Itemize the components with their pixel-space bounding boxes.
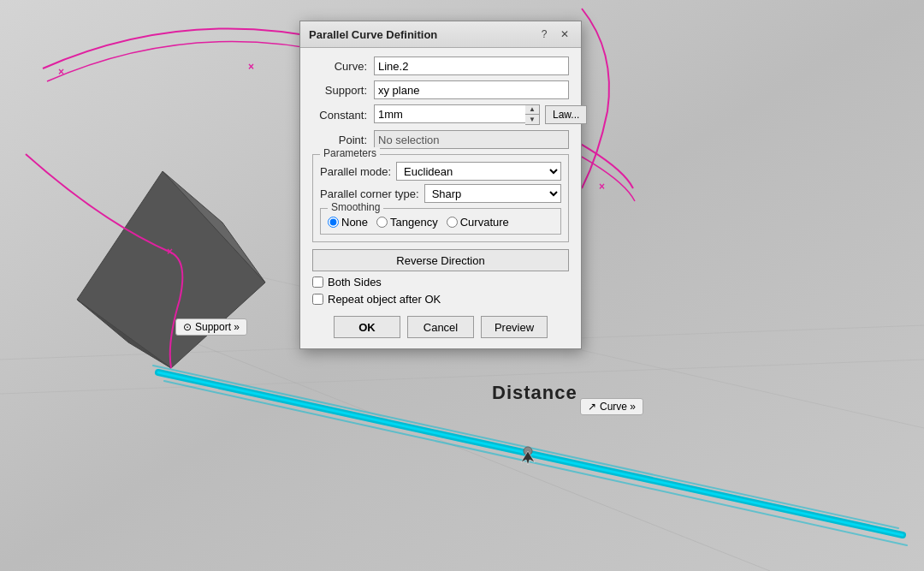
support-icon: ⊙ <box>183 321 192 333</box>
point-row: Point: <box>312 130 569 149</box>
point-field-label: Point: <box>312 134 374 146</box>
smoothing-none-label: None <box>341 216 368 229</box>
support-input[interactable] <box>374 80 569 99</box>
dialog-help-button[interactable]: ? <box>536 27 552 42</box>
point-input[interactable] <box>374 130 569 149</box>
reverse-direction-button[interactable]: Reverse Direction <box>312 249 569 271</box>
action-buttons-row: OK Cancel Preview <box>312 316 569 338</box>
parallel-corner-row: Parallel corner type: Sharp Round Chamfe… <box>320 184 561 203</box>
smoothing-legend: Smoothing <box>328 201 383 213</box>
curve-label-button[interactable]: ↗ Curve » <box>580 398 643 415</box>
dialog-body: Curve: Support: Constant: ▲ ▼ Law... Poi… <box>300 48 581 348</box>
smoothing-tangency-label: Tangency <box>390 216 438 229</box>
smoothing-none-option[interactable]: None <box>328 216 368 229</box>
smoothing-curvature-radio[interactable] <box>447 217 458 228</box>
parameters-legend: Parameters <box>320 147 380 159</box>
cancel-button[interactable]: Cancel <box>407 316 474 338</box>
smoothing-tangency-option[interactable]: Tangency <box>376 216 438 229</box>
smoothing-curvature-option[interactable]: Curvature <box>447 216 509 229</box>
law-button[interactable]: Law... <box>545 105 587 124</box>
both-sides-checkbox[interactable] <box>312 277 323 288</box>
parallel-corner-label: Parallel corner type: <box>320 187 419 200</box>
both-sides-row: Both Sides <box>312 276 569 288</box>
constant-spinner: ▲ ▼ <box>525 104 540 125</box>
repeat-object-label[interactable]: Repeat object after OK <box>328 293 441 306</box>
parallel-corner-select[interactable]: Sharp Round Chamfer <box>424 184 561 203</box>
smoothing-radio-row: None Tangency Curvature <box>328 216 554 229</box>
svg-text:×: × <box>58 66 64 78</box>
ok-button[interactable]: OK <box>334 316 400 338</box>
parallel-curve-dialog: Parallel Curve Definition ? ✕ Curve: Sup… <box>299 21 582 349</box>
curve-label-text: Curve » <box>600 401 636 413</box>
repeat-object-checkbox[interactable] <box>312 294 323 305</box>
support-row: Support: <box>312 80 569 99</box>
spinner-up-button[interactable]: ▲ <box>525 105 539 115</box>
dialog-close-button[interactable]: ✕ <box>557 27 572 42</box>
constant-input-wrap: ▲ ▼ <box>374 104 540 125</box>
curve-input[interactable] <box>374 57 569 75</box>
parallel-mode-row: Parallel mode: Euclidean Geodesic <box>320 162 561 181</box>
support-label-button[interactable]: ⊙ Support » <box>175 318 247 336</box>
constant-field-label: Constant: <box>312 109 374 122</box>
smoothing-group: Smoothing None Tangency Curvature <box>320 208 561 235</box>
dialog-controls: ? ✕ <box>536 27 572 42</box>
spinner-down-button[interactable]: ▼ <box>525 115 539 124</box>
dialog-titlebar: Parallel Curve Definition ? ✕ <box>300 21 581 48</box>
curve-row: Curve: <box>312 57 569 75</box>
constant-row: Constant: ▲ ▼ Law... <box>312 104 569 125</box>
parallel-mode-select[interactable]: Euclidean Geodesic <box>396 162 561 181</box>
svg-text:×: × <box>167 246 173 258</box>
parameters-group: Parameters Parallel mode: Euclidean Geod… <box>312 154 569 242</box>
both-sides-label[interactable]: Both Sides <box>328 276 382 288</box>
support-field-label: Support: <box>312 84 374 97</box>
curve-field-label: Curve: <box>312 60 374 73</box>
dialog-title: Parallel Curve Definition <box>309 28 437 41</box>
repeat-object-row: Repeat object after OK <box>312 293 569 306</box>
constant-input[interactable] <box>374 104 525 123</box>
support-label-text: Support » <box>195 321 240 333</box>
smoothing-tangency-radio[interactable] <box>376 217 388 228</box>
smoothing-curvature-label: Curvature <box>460 216 509 229</box>
distance-label: Distance <box>492 382 578 404</box>
parallel-mode-label: Parallel mode: <box>320 165 391 178</box>
curve-icon: ↗ <box>588 401 596 413</box>
smoothing-none-radio[interactable] <box>328 217 339 228</box>
svg-text:×: × <box>248 61 254 73</box>
svg-text:×: × <box>599 181 605 193</box>
preview-button[interactable]: Preview <box>481 316 548 338</box>
